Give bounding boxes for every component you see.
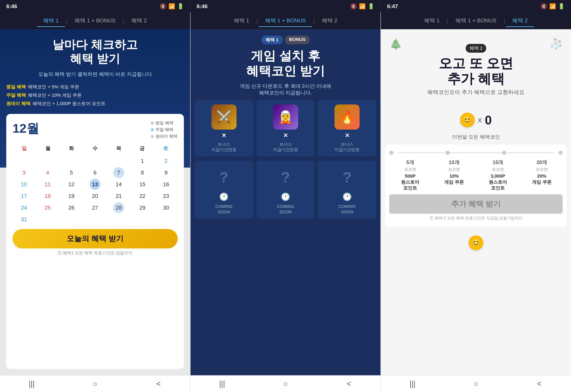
cal-day-14: 14 xyxy=(113,179,124,190)
milestone-dot-2 xyxy=(446,151,450,155)
cal-day-17: 17 xyxy=(19,190,29,202)
nav-home-2[interactable]: ○ xyxy=(277,377,294,390)
cal-day-29: 29 xyxy=(137,202,148,213)
cal-day-26: 26 xyxy=(66,202,77,213)
coming-games-grid: ? 🕐 COMINGSOON ? 🕐 COMINGSOON ? 🕐 COMING… xyxy=(195,161,376,219)
nav-back-3[interactable]: < xyxy=(531,377,548,390)
status-icons-3: 🔇 📶 🔋 xyxy=(541,3,565,10)
coin-icon: 😊 xyxy=(460,113,475,127)
tab-bar-1: 혜택 1 | 혜택 1 + BONUS | 혜택 2 xyxy=(0,13,190,29)
cal-day-13: 13 xyxy=(90,179,100,190)
cal-day-11: 11 xyxy=(42,179,53,190)
tab-1-hetak1[interactable]: 혜택 1 xyxy=(37,15,65,27)
extra-btn[interactable]: 추가 혜택 받기 xyxy=(389,194,563,214)
status-bar-2: 6:46 🔇 📶 🔋 xyxy=(190,0,381,13)
status-icons-2: 🔇 📶 🔋 xyxy=(350,3,374,10)
panel1-body: 날마다 체크하고 혜택 받기 오늘의 혜택 받기 클릭하면 혜택이 바로 지급됩… xyxy=(0,29,190,375)
nav-menu-3[interactable]: ||| xyxy=(404,377,421,390)
calendar-legend: 평일 혜택 주말 혜택 원데이 혜택 xyxy=(151,120,178,139)
bottom-coin-icon: 😊 xyxy=(469,235,483,250)
reward-item-3: 15개 모으면 3,000P원스토어포인트 xyxy=(477,159,519,191)
benefit-info: 평일 혜택헤택코인 + 5% 게임 쿠폰 주말 혜택혜택코인 + 10% 게임 … xyxy=(6,83,184,108)
rewards-row: 5개 모으면 500P원스토어포인트 10개 모으면 10%게임 쿠폰 15개 … xyxy=(389,159,563,191)
nav-menu-1[interactable]: ||| xyxy=(23,377,40,390)
coming-status-3: COMINGSOON xyxy=(339,204,356,215)
calendar-grid: 일 월 화 수 목 금 토 1 xyxy=(13,143,178,225)
coin-count: 0 xyxy=(485,113,492,127)
panel2-subtitle: 게임 신규 다운로드 후 최대 2시간 이내에혜택코인이 지급됩니다. xyxy=(195,83,376,96)
cal-day-7: 7 xyxy=(113,167,124,178)
tab-3-hetak2[interactable]: 혜택 2 xyxy=(506,15,534,27)
reward-item-2: 10개 모으면 10%게임 쿠폰 xyxy=(433,159,475,191)
cal-day-18: 18 xyxy=(42,190,53,202)
nav-back-1[interactable]: < xyxy=(150,377,167,390)
milestone-dot-1 xyxy=(389,151,393,155)
game-card-2: 🧝 ✕ 보너스지급기간만료 xyxy=(256,100,315,157)
time-3: 6:47 xyxy=(387,3,398,10)
hetak2-badge: 혜택 2 xyxy=(466,44,486,53)
nav-menu-2[interactable]: ||| xyxy=(214,377,230,390)
nav-back-2[interactable]: < xyxy=(341,377,357,390)
cal-day-21: 21 xyxy=(113,190,124,202)
bottom-nav-1: ||| ○ < xyxy=(0,375,190,392)
bonus-tags: 혜택 1 BONUS xyxy=(195,36,376,44)
bottom-nav-2: ||| ○ < xyxy=(190,375,381,392)
cal-day-9: 9 xyxy=(161,167,171,178)
cal-day-28: 28 xyxy=(113,202,124,213)
calendar-month: 12월 xyxy=(13,120,39,137)
coming-status-1: COMINGSOON xyxy=(215,204,232,215)
weekday-sat: 토 xyxy=(154,143,178,153)
weekday-mon: 월 xyxy=(36,143,60,153)
panel-1: 혜택 1 | 혜택 1 + BONUS | 혜택 2 날마다 체크하고 혜택 받… xyxy=(0,13,191,375)
time-2: 6:46 xyxy=(197,3,207,10)
cal-day-6: 6 xyxy=(90,167,100,178)
cal-day-24: 24 xyxy=(19,202,29,213)
panel3-notice: ① 혜택 2 모든 혜택 유효기간은 지급일 포함 7일까지 xyxy=(389,216,563,221)
tab-2-hetak1[interactable]: 혜택 1 xyxy=(228,15,256,27)
tab-2-hetak2[interactable]: 혜택 2 xyxy=(316,15,344,27)
game-icon-3: 🔥 xyxy=(334,104,359,130)
cal-day-20: 20 xyxy=(90,190,100,202)
legend-dot-normal xyxy=(151,122,154,125)
milestone-dot-3 xyxy=(502,151,506,155)
claim-btn[interactable]: 오늘의 혜택 받기 xyxy=(13,229,178,248)
cal-day-19: 19 xyxy=(66,190,77,202)
cal-day-23: 23 xyxy=(161,190,171,202)
rewards-card: 5개 모으면 500P원스토어포인트 10개 모으면 10%게임 쿠폰 15개 … xyxy=(385,144,567,227)
calendar-card: 12월 평일 혜택 주말 혜택 원데이 혜택 xyxy=(6,114,184,369)
cal-day-1: 1 xyxy=(137,156,148,166)
panel2-title: 게임 설치 후 혜택코인 받기 xyxy=(195,48,376,79)
bottom-nav-3: ||| ○ < xyxy=(381,375,571,392)
tab-2-bonus[interactable]: 혜택 1 + BONUS xyxy=(259,15,312,27)
tab-1-hetak2[interactable]: 혜택 2 xyxy=(125,15,153,27)
tab-bar-2: 혜택 1 | 혜택 1 + BONUS | 혜택 2 xyxy=(191,13,381,29)
coming-icon-2: ? xyxy=(273,165,298,190)
status-bar-3: 6:47 🔇 📶 🔋 xyxy=(381,0,571,13)
panel3-subtitle: 혜택코인모아 추가 혜택으로 교환하세요 xyxy=(385,88,567,96)
game-icon-1: ⚔️ xyxy=(212,104,237,130)
coin-display: 😊 x 0 xyxy=(385,113,567,127)
cal-day-25: 25 xyxy=(42,202,53,213)
cal-day-5: 5 xyxy=(66,167,77,178)
nav-home-3[interactable]: ○ xyxy=(468,377,484,390)
time-1: 6:46 xyxy=(6,3,17,10)
reward-item-1: 5개 모으면 500P원스토어포인트 xyxy=(389,159,431,191)
tab-1-bonus[interactable]: 혜택 1 + BONUS xyxy=(68,15,122,27)
panel1-hero-subtitle: 오늘의 혜택 받기 클릭하면 혜택이 바로 지급됩니다 xyxy=(6,71,184,77)
status-bar-1: 6:46 🔇 📶 🔋 xyxy=(0,0,190,13)
weekday-fri: 금 xyxy=(130,143,154,153)
cal-day-16: 16 xyxy=(161,179,171,190)
panel3-body: 🎄 🧦 혜택 2 오고 또 오면 추가 혜택 혜택코인모아 추가 혜택으로 교환… xyxy=(381,29,571,375)
coming-status-2: COMINGSOON xyxy=(277,204,294,215)
game-status-2: 보너스지급기간만료 xyxy=(273,142,298,152)
milestone-dot-4 xyxy=(558,151,563,155)
tab-3-bonus[interactable]: 혜택 1 + BONUS xyxy=(449,15,503,27)
cal-day-30: 30 xyxy=(161,202,171,213)
nav-home-1[interactable]: ○ xyxy=(87,377,103,390)
game-card-1: ⚔️ ✕ 보너스지급기간만료 xyxy=(195,100,253,157)
cal-day-3: 3 xyxy=(19,167,29,178)
game-card-3: 🔥 ✕ 보너스지급기간만료 xyxy=(318,100,376,157)
milestones-bar xyxy=(389,151,563,155)
game-icon-2: 🧝 xyxy=(273,104,298,130)
tab-3-hetak1[interactable]: 혜택 1 xyxy=(418,15,446,27)
